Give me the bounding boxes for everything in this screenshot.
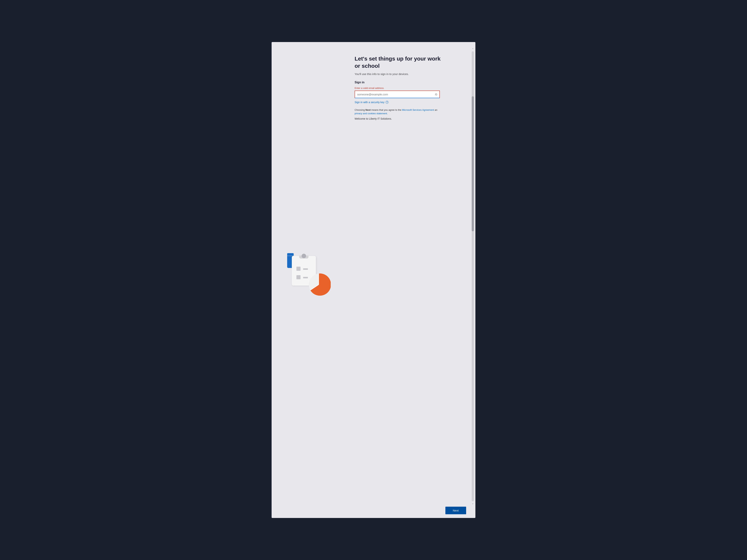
error-label: Enter a valid email address. — [355, 87, 464, 89]
next-bold: Next — [365, 108, 371, 111]
security-key-link-text: Sign in with a security key — [355, 101, 384, 104]
agreement-text: Choosing Next means that you agree to th… — [355, 108, 443, 115]
agreement-and: an — [435, 108, 437, 111]
scrollbar-track[interactable]: ⌃ ⌄ — [472, 51, 474, 501]
sign-in-label: Sign in — [355, 81, 464, 84]
right-panel: ⌃ ⌄ Let's set things up for your work or… — [349, 49, 475, 503]
help-icon: ? — [386, 101, 388, 104]
scroll-up-arrow[interactable]: ⌃ — [472, 48, 474, 51]
msa-link[interactable]: Microsoft Services Agreement — [402, 108, 434, 111]
main-title: Let's set things up for your work or sch… — [355, 55, 447, 70]
left-panel — [272, 49, 349, 503]
bottom-bar: Next — [445, 507, 466, 514]
illustration — [286, 252, 334, 300]
scrollbar-thumb[interactable] — [472, 96, 474, 231]
screen-container: ⌃ ⌄ Let's set things up for your work or… — [272, 42, 475, 518]
security-key-link[interactable]: Sign in with a security key ? — [355, 101, 464, 104]
email-input[interactable] — [355, 90, 440, 98]
scroll-down-arrow[interactable]: ⌄ — [472, 502, 474, 505]
pie-chart-icon — [307, 273, 331, 297]
subtitle: You'll use this info to sign in to your … — [355, 73, 464, 76]
next-button[interactable]: Next — [445, 507, 466, 514]
privacy-link[interactable]: privacy and cookies statement. — [355, 112, 388, 115]
email-input-wrapper: ⎋ — [355, 90, 440, 98]
welcome-text: Welcome to Liberty IT Solutions. — [355, 117, 464, 120]
